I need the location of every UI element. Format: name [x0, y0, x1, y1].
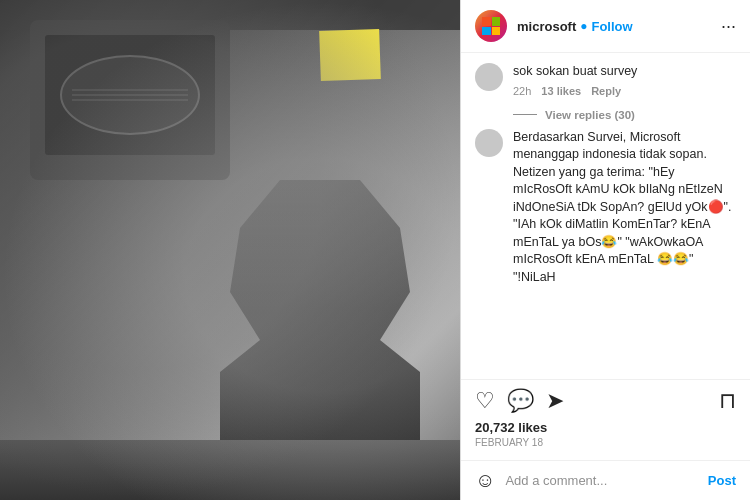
username[interactable]: microsoft	[517, 19, 576, 34]
long-commenter-avatar	[475, 129, 503, 157]
save-button[interactable]: ⊓	[719, 388, 736, 414]
comment-button[interactable]: 💬	[507, 388, 534, 414]
ig-header: microsoft ● Follow ···	[461, 0, 750, 53]
long-comment-item: Berdasarkan Survei, Microsoft menanggap …	[475, 129, 736, 287]
emoji-picker-button[interactable]: ☺	[475, 469, 495, 492]
commenter-avatar	[475, 63, 503, 91]
add-comment-bar: ☺ Post	[461, 460, 750, 500]
ms-logo-yellow	[492, 27, 501, 36]
comment-time: 22h	[513, 85, 531, 97]
comment-meta: 22h 13 likes Reply	[513, 85, 736, 97]
profile-avatar[interactable]	[475, 10, 507, 42]
post-date: February 18	[475, 437, 736, 448]
likes-count: 20,732 likes	[475, 420, 736, 435]
comment-message: sok sokan buat survey	[513, 64, 637, 78]
photo-panel	[0, 0, 460, 500]
comment-body: sok sokan buat survey 22h 13 likes Reply	[513, 63, 736, 97]
reply-button[interactable]: Reply	[591, 85, 621, 97]
long-comment-body: Berdasarkan Survei, Microsoft menanggap …	[513, 129, 736, 287]
comment-likes: 13 likes	[541, 85, 581, 97]
action-icons: ♡ 💬 ➤ ⊓	[475, 388, 736, 414]
like-button[interactable]: ♡	[475, 388, 495, 414]
comments-section: sok sokan buat survey 22h 13 likes Reply…	[461, 53, 750, 379]
header-info: microsoft ● Follow	[517, 19, 713, 34]
ms-logo-red	[482, 17, 491, 26]
ms-logo-green	[492, 17, 501, 26]
photo-background	[0, 0, 460, 500]
long-comment-message: Berdasarkan Survei, Microsoft menanggap …	[513, 130, 731, 284]
comment-item: sok sokan buat survey 22h 13 likes Reply	[475, 63, 736, 97]
comment-text: sok sokan buat survey	[513, 63, 736, 81]
verified-badge: ●	[580, 19, 587, 33]
comment-input[interactable]	[505, 473, 707, 488]
more-options-button[interactable]: ···	[721, 16, 736, 37]
instagram-panel: microsoft ● Follow ··· sok sokan buat su…	[460, 0, 750, 500]
share-button[interactable]: ➤	[546, 388, 564, 414]
ms-logo-blue	[482, 27, 491, 36]
view-replies-text[interactable]: View replies (30)	[545, 109, 635, 121]
follow-button[interactable]: Follow	[591, 19, 632, 34]
view-replies[interactable]: View replies (30)	[513, 109, 736, 121]
photo-overlay	[0, 0, 460, 500]
microsoft-logo	[482, 17, 500, 35]
view-replies-line	[513, 114, 537, 115]
post-comment-button[interactable]: Post	[708, 473, 736, 488]
long-comment-text: Berdasarkan Survei, Microsoft menanggap …	[513, 129, 736, 287]
actions-bar: ♡ 💬 ➤ ⊓ 20,732 likes February 18	[461, 379, 750, 460]
avatar-background	[475, 10, 507, 42]
